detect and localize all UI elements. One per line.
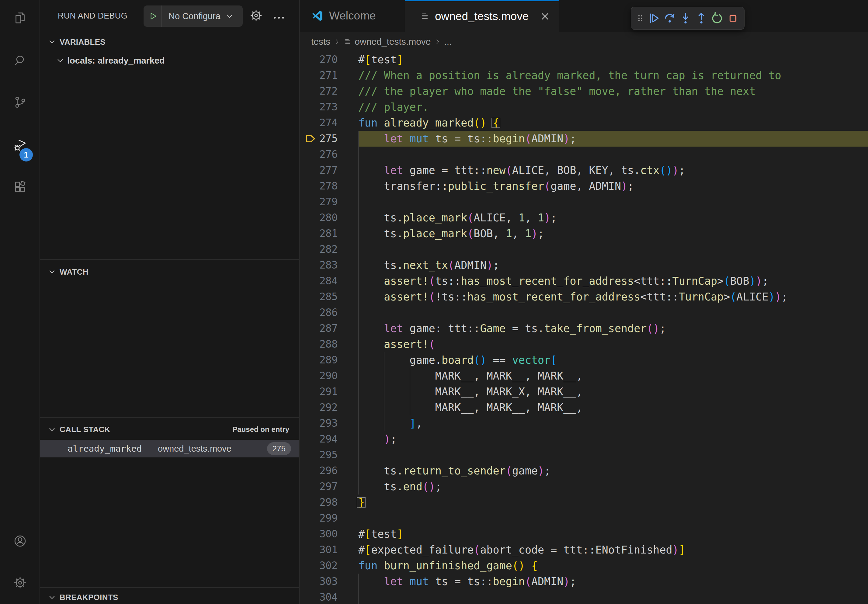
line-number[interactable]: 292	[300, 400, 338, 415]
code-text[interactable]: let game = ttt::new(ALICE, BOB, KEY, ts.…	[358, 163, 868, 178]
line-number[interactable]: 304	[300, 589, 338, 604]
line-number[interactable]: 280	[300, 210, 338, 226]
line-number[interactable]: 284	[300, 273, 338, 289]
settings-icon[interactable]	[0, 574, 40, 591]
line-number[interactable]: 300	[300, 526, 338, 542]
code-line-287[interactable]: 287 let game: ttt::Game = ts.take_from_s…	[300, 321, 868, 336]
code-line-286[interactable]: 286	[300, 305, 868, 321]
line-number[interactable]: 299	[300, 510, 338, 526]
gutter[interactable]: 297	[300, 479, 338, 494]
code-line-279[interactable]: 279	[300, 194, 868, 210]
code-line-298[interactable]: 298}	[300, 494, 868, 510]
code-text[interactable]: /// the player who made the "false" move…	[358, 83, 868, 99]
line-number[interactable]: 286	[300, 305, 338, 321]
stop-icon[interactable]	[726, 11, 740, 25]
chevron-down-icon[interactable]	[47, 37, 57, 46]
line-number[interactable]: 270	[300, 52, 338, 68]
code-text[interactable]: ts.end();	[358, 479, 868, 494]
extensions-icon[interactable]	[0, 179, 40, 196]
line-number[interactable]: 276	[300, 147, 338, 163]
code-text[interactable]: ts.place_mark(ALICE, 1, 1);	[358, 210, 868, 226]
code-text[interactable]: ts.place_mark(BOB, 1, 1);	[358, 226, 868, 242]
code-line-272[interactable]: 272/// the player who made the "false" m…	[300, 83, 868, 99]
code-text[interactable]: #[test]	[358, 52, 868, 68]
code-text[interactable]: assert!(	[358, 336, 868, 352]
code-text[interactable]: ts.next_tx(ADMIN);	[358, 257, 868, 273]
line-number[interactable]: 290	[300, 368, 338, 384]
code-line-297[interactable]: 297 ts.end();	[300, 479, 868, 494]
line-number[interactable]: 281	[300, 226, 338, 242]
breadcrumb-item[interactable]: tests	[311, 37, 330, 47]
gutter[interactable]: 294	[300, 431, 338, 447]
breadcrumb-item[interactable]: ...	[444, 37, 452, 47]
gutter[interactable]: 289	[300, 352, 338, 368]
continue-icon[interactable]	[647, 11, 661, 25]
gutter[interactable]: 282	[300, 242, 338, 257]
code-line-290[interactable]: 290 MARK__, MARK__, MARK__,	[300, 368, 868, 384]
chevron-down-icon[interactable]	[47, 267, 57, 276]
gutter[interactable]: 291	[300, 384, 338, 400]
code-text[interactable]: MARK__, MARK_X, MARK__,	[358, 384, 868, 400]
code-line-274[interactable]: 274fun already_marked() {	[300, 115, 868, 131]
gutter[interactable]: 292	[300, 400, 338, 415]
line-number[interactable]: 295	[300, 447, 338, 463]
gutter[interactable]: 278	[300, 178, 338, 194]
code-text[interactable]: assert!(ts::has_most_recent_for_address<…	[358, 273, 868, 289]
line-number[interactable]: 294	[300, 431, 338, 447]
line-number[interactable]: 297	[300, 479, 338, 494]
explorer-icon[interactable]	[0, 9, 40, 26]
code-editor[interactable]: 270#[test]271/// When a position is alre…	[300, 52, 868, 604]
code-text[interactable]: #[test]	[358, 526, 868, 542]
code-text[interactable]: /// When a position is already marked, t…	[358, 68, 868, 83]
code-line-303[interactable]: 303 let mut ts = ts::begin(ADMIN);	[300, 574, 868, 589]
code-text[interactable]	[358, 194, 868, 210]
accounts-icon[interactable]	[0, 533, 40, 550]
gutter[interactable]: 270	[300, 52, 338, 68]
line-number[interactable]: 274	[300, 115, 338, 131]
configure-gear-icon[interactable]	[250, 9, 264, 23]
gutter[interactable]: 288	[300, 336, 338, 352]
code-text[interactable]	[358, 589, 868, 604]
line-number[interactable]: 283	[300, 257, 338, 273]
line-number[interactable]: 296	[300, 463, 338, 479]
code-line-273[interactable]: 273/// player.	[300, 99, 868, 115]
code-text[interactable]	[358, 147, 868, 163]
gutter[interactable]: 303	[300, 574, 338, 589]
line-number[interactable]: 301	[300, 542, 338, 558]
code-line-295[interactable]: 295	[300, 447, 868, 463]
code-line-280[interactable]: 280 ts.place_mark(ALICE, 1, 1);	[300, 210, 868, 226]
tab-welcome[interactable]: Welcome	[300, 0, 405, 32]
code-line-294[interactable]: 294 );	[300, 431, 868, 447]
code-text[interactable]	[358, 305, 868, 321]
gutter[interactable]: 276	[300, 147, 338, 163]
code-text[interactable]: MARK__, MARK__, MARK__,	[358, 368, 868, 384]
tab-owned-tests-move[interactable]: owned_tests.move	[405, 0, 559, 32]
code-line-282[interactable]: 282	[300, 242, 868, 257]
step-over-icon[interactable]	[663, 11, 677, 25]
code-text[interactable]: game.board() == vector[	[358, 352, 868, 368]
line-number[interactable]: 282	[300, 242, 338, 257]
gutter[interactable]: 271	[300, 68, 338, 83]
line-number[interactable]: 298	[300, 494, 338, 510]
drag-handle-icon[interactable]	[636, 11, 645, 25]
chevron-down-icon[interactable]	[47, 593, 57, 602]
variables-scope-locals[interactable]: locals: already_marked	[40, 52, 299, 69]
code-line-289[interactable]: 289 game.board() == vector[	[300, 352, 868, 368]
code-line-292[interactable]: 292 MARK__, MARK__, MARK__,	[300, 400, 868, 415]
code-text[interactable]: }	[358, 494, 868, 510]
code-text[interactable]: );	[358, 431, 868, 447]
code-text[interactable]: transfer::public_transfer(game, ADMIN);	[358, 178, 868, 194]
code-line-291[interactable]: 291 MARK__, MARK_X, MARK__,	[300, 384, 868, 400]
gutter[interactable]: 296	[300, 463, 338, 479]
code-line-275[interactable]: 275 let mut ts = ts::begin(ADMIN);	[300, 131, 868, 147]
code-line-270[interactable]: 270#[test]	[300, 52, 868, 68]
line-number[interactable]: 285	[300, 289, 338, 305]
gutter[interactable]: 285	[300, 289, 338, 305]
code-text[interactable]	[358, 510, 868, 526]
gutter[interactable]: 272	[300, 83, 338, 99]
code-text[interactable]	[358, 447, 868, 463]
gutter[interactable]: 280	[300, 210, 338, 226]
line-number[interactable]: 272	[300, 83, 338, 99]
gutter[interactable]: 290	[300, 368, 338, 384]
code-text[interactable]: /// player.	[358, 99, 868, 115]
